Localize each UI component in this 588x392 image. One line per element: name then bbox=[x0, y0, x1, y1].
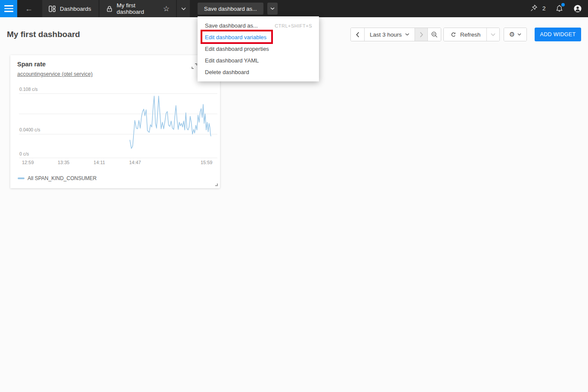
svg-text:14:47: 14:47 bbox=[129, 160, 141, 165]
favorite-star-icon[interactable]: ☆ bbox=[163, 4, 170, 13]
tab-current-label: My first dashboard bbox=[117, 2, 158, 15]
legend-label: All SPAN_KIND_CONSUMER bbox=[28, 175, 96, 181]
notifications-button[interactable] bbox=[555, 4, 563, 13]
refresh-group: Refresh bbox=[443, 28, 500, 41]
zoom-out-timeframe-button[interactable] bbox=[427, 28, 441, 41]
notification-dot bbox=[561, 3, 565, 6]
hamburger-menu-button[interactable] bbox=[0, 0, 17, 17]
refresh-label: Refresh bbox=[460, 31, 480, 38]
menu-item-delete-dashboard[interactable]: Delete dashboard bbox=[198, 66, 319, 78]
dashboard-settings-group: ⚙ bbox=[504, 28, 527, 41]
span-rate-chart[interactable]: 0.108 c/s0.0400 c/s0 c/s12:5913:3514:111… bbox=[10, 55, 220, 188]
pushpin-icon bbox=[530, 4, 538, 12]
tile-resize-handle[interactable] bbox=[215, 184, 218, 186]
svg-text:0 c/s: 0 c/s bbox=[19, 151, 29, 156]
tab-list-chevron-button[interactable] bbox=[177, 0, 190, 17]
refresh-icon bbox=[450, 31, 457, 38]
back-button[interactable]: ← bbox=[22, 2, 35, 15]
chevron-down-icon bbox=[405, 33, 409, 36]
timeframe-label: Last 3 hours bbox=[370, 31, 402, 38]
avatar-icon bbox=[573, 4, 582, 13]
user-avatar-button[interactable] bbox=[573, 4, 582, 13]
menu-item-save-dashboard-as[interactable]: Save dashboard as... CTRL+SHIFT+S bbox=[198, 20, 319, 31]
span-rate-tile: Span rate accountingservice (otel servic… bbox=[10, 55, 220, 188]
keyboard-shortcut: CTRL+SHIFT+S bbox=[275, 23, 312, 28]
menu-item-edit-dashboard-variables[interactable]: Edit dashboard variables bbox=[198, 31, 319, 43]
timeframe-dropdown[interactable]: Last 3 hours bbox=[364, 28, 415, 41]
legend-swatch bbox=[18, 177, 25, 179]
menu-item-edit-dashboard-yaml[interactable]: Edit dashboard YAML bbox=[198, 55, 319, 66]
save-dashboard-menu: Save dashboard as... CTRL+SHIFT+S Edit d… bbox=[198, 16, 319, 81]
chevron-down-icon bbox=[517, 33, 521, 36]
lock-icon bbox=[106, 5, 113, 12]
svg-text:15:59: 15:59 bbox=[201, 160, 213, 165]
chevron-left-icon bbox=[356, 32, 359, 37]
tab-dashboards-label: Dashboards bbox=[60, 6, 91, 12]
menu-item-edit-dashboard-properties[interactable]: Edit dashboard properties bbox=[198, 43, 319, 55]
pinned-items-count: 2 bbox=[542, 5, 546, 12]
menu-item-label: Edit dashboard properties bbox=[205, 46, 269, 52]
chevron-down-icon bbox=[491, 33, 495, 36]
auto-refresh-chevron-button[interactable] bbox=[486, 28, 499, 41]
dashboards-grid-icon bbox=[49, 5, 56, 12]
refresh-button[interactable]: Refresh bbox=[444, 28, 486, 41]
menu-item-label: Edit dashboard variables bbox=[205, 34, 266, 40]
zoom-out-icon bbox=[431, 31, 438, 38]
save-options-chevron-button[interactable] bbox=[267, 3, 278, 15]
timeframe-selector-group: Last 3 hours bbox=[350, 28, 441, 41]
svg-text:12:59: 12:59 bbox=[22, 160, 34, 165]
timeframe-next-button[interactable] bbox=[415, 28, 427, 41]
back-arrow-icon: ← bbox=[25, 4, 33, 13]
gear-icon: ⚙ bbox=[509, 31, 515, 38]
svg-text:13:35: 13:35 bbox=[58, 160, 70, 165]
chevron-right-icon bbox=[420, 32, 423, 37]
menu-item-label: Edit dashboard YAML bbox=[205, 57, 259, 64]
top-navbar: ← Dashboards My first dashboard ☆ bbox=[0, 0, 588, 17]
svg-text:14:11: 14:11 bbox=[93, 160, 105, 165]
tab-dashboards[interactable]: Dashboards bbox=[42, 0, 99, 17]
legend-item[interactable]: All SPAN_KIND_CONSUMER bbox=[18, 175, 96, 181]
menu-item-label: Delete dashboard bbox=[205, 69, 249, 75]
svg-text:0.108 c/s: 0.108 c/s bbox=[19, 87, 38, 92]
settings-dropdown-button[interactable]: ⚙ bbox=[504, 28, 526, 41]
tab-my-first-dashboard[interactable]: My first dashboard ☆ bbox=[99, 0, 176, 17]
svg-text:0.0400 c/s: 0.0400 c/s bbox=[19, 127, 40, 132]
page-title: My first dashboard bbox=[7, 30, 80, 39]
pinned-items-button[interactable] bbox=[530, 4, 538, 13]
chevron-down-icon bbox=[181, 7, 186, 10]
timeframe-previous-button[interactable] bbox=[351, 28, 364, 41]
chevron-down-icon bbox=[270, 7, 275, 10]
save-dashboard-as-button[interactable]: Save dashboard as... bbox=[198, 3, 263, 15]
menu-item-label: Save dashboard as... bbox=[205, 22, 258, 29]
add-widget-button[interactable]: ADD WIDGET bbox=[535, 28, 581, 41]
